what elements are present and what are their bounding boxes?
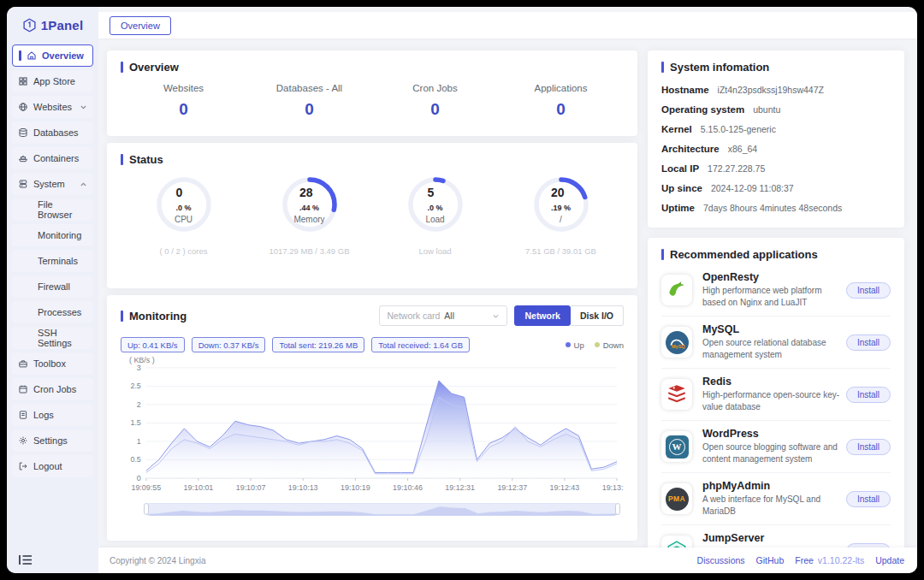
sidebar-item-ssh-settings[interactable]: SSH Settings [12, 327, 93, 349]
sidebar-item-monitoring[interactable]: Monitoring [12, 224, 93, 246]
onepanel-logo-icon [22, 18, 37, 33]
install-button-phpmyadmin[interactable]: Install [846, 491, 891, 507]
right-column: System infomation HostnameiZt4n23psdkssj… [648, 50, 904, 541]
info-value: iZt4n23psdkssj19hsw447Z [718, 85, 824, 95]
app-name[interactable]: OpenResty [702, 271, 841, 283]
info-label: Hostname [661, 85, 709, 95]
chart-datazoom-slider[interactable] [144, 503, 620, 515]
install-button-mysql[interactable]: Install [846, 334, 891, 351]
sidebar-item-overview[interactable]: Overview [12, 44, 93, 67]
sidebar-item-label: Logs [33, 410, 54, 420]
info-value: 2024-12-09 11:08:37 [711, 183, 794, 193]
network-tab-button[interactable]: Network [514, 305, 570, 326]
gauge-caption: Low load [418, 246, 451, 256]
edition-label: Free [795, 555, 814, 565]
info-label: Uptime [661, 203, 695, 213]
traffic-badges: Up: 0.41 KB/sDown: 0.37 KB/sTotal sent: … [121, 337, 624, 352]
sidebar-item-toolbox[interactable]: Toolbox [12, 352, 93, 375]
datazoom-silhouette [145, 504, 619, 516]
info-label: Architecture [661, 144, 720, 154]
datazoom-right-handle[interactable] [615, 503, 620, 515]
x-axis-label: 19:10:01 [184, 483, 214, 492]
discussions-link[interactable]: Discussions [697, 555, 745, 565]
legend-dot-icon [595, 342, 600, 347]
info-value: ubuntu [753, 104, 780, 115]
logo[interactable]: 1Panel [7, 7, 98, 43]
content: Overview Websites0Databases - All0Cron J… [98, 38, 917, 547]
info-row-local-ip: Local IP172.27.228.75 [661, 158, 891, 178]
gauge-value: 20.19 % [551, 186, 571, 213]
stat-value[interactable]: 0 [246, 100, 372, 119]
svg-text:0.5: 0.5 [130, 455, 140, 464]
info-value: 5.15.0-125-generic [701, 124, 776, 134]
x-axis-label: 19:13:19 [602, 483, 624, 492]
legend-down[interactable]: Down [595, 340, 624, 350]
footer: Copyright © 2024 Lingxia Discussions Git… [98, 547, 917, 573]
info-row-uptime: Uptime7days 8hours 4minutes 48seconds [661, 198, 891, 217]
sidebar-item-logs[interactable]: Logs [12, 404, 93, 426]
sidebar-item-processes[interactable]: Processes [12, 301, 93, 323]
stat-value[interactable]: 0 [121, 100, 246, 119]
gauge-caption: ( 0 / 2 ) cores [160, 246, 208, 256]
traffic-badge: Total sent: 219.26 MB [272, 337, 364, 352]
sidebar-item-logout[interactable]: Logout [12, 455, 93, 477]
install-button-wordpress[interactable]: Install [846, 439, 891, 455]
sidebar-item-databases[interactable]: Databases [12, 121, 93, 144]
app-name[interactable]: JumpServer [702, 532, 841, 544]
select-label: Network card [387, 311, 440, 321]
collapse-sidebar-button[interactable] [19, 553, 34, 565]
stat-value[interactable]: 0 [372, 100, 498, 119]
globe-icon [18, 102, 28, 112]
logo-text: 1Panel [41, 18, 84, 33]
info-label: Up since [661, 183, 702, 193]
footer-links: Discussions GitHub Free v1.10.22-lts Upd… [697, 555, 904, 565]
container-icon [18, 153, 28, 163]
app-name[interactable]: MySQL [702, 323, 841, 335]
app-name[interactable]: WordPress [702, 428, 841, 440]
stat-value[interactable]: 0 [498, 100, 624, 119]
info-label: Operating system [661, 104, 744, 115]
legend-up[interactable]: Up [566, 340, 584, 350]
network-card-select[interactable]: Network card All [379, 305, 507, 326]
gauge-memory: 28.44 %Memory1017.29 MB / 3.49 GB [246, 175, 372, 256]
traffic-badge: Up: 0.41 KB/s [121, 337, 185, 352]
sidebar-item-firewall[interactable]: Firewall [12, 275, 93, 298]
sidebar-item-terminals[interactable]: Terminals [12, 250, 93, 272]
x-axis-label: 19:12:43 [550, 483, 580, 492]
logs-icon [18, 410, 28, 420]
sidebar-item-label: Terminals [38, 256, 78, 266]
stat-label: Websites [121, 83, 246, 93]
sidebar-item-settings[interactable]: Settings [12, 429, 93, 452]
app-description: Open source relational database manageme… [702, 337, 841, 361]
app-name[interactable]: Redis [702, 376, 841, 388]
copyright-text: Copyright © 2024 Lingxia [110, 556, 205, 565]
sidebar-item-system[interactable]: System [12, 173, 93, 195]
info-row-hostname: HostnameiZt4n23psdkssj19hsw447Z [661, 80, 891, 99]
svg-text:2.5: 2.5 [130, 382, 140, 390]
sidebar-item-file-browser[interactable]: File Browser [12, 198, 93, 221]
info-value: x86_64 [728, 144, 757, 154]
redis-logo-icon [661, 379, 692, 410]
install-button-openresty[interactable]: Install [846, 282, 891, 299]
sidebar-item-containers[interactable]: Containers [12, 147, 93, 169]
home-icon [27, 50, 37, 61]
disk-io-tab-button[interactable]: Disk I/O [571, 305, 624, 326]
update-link[interactable]: Update [875, 555, 904, 565]
sidebar-item-app-store[interactable]: App Store [12, 70, 93, 92]
sidebar-item-label: App Store [33, 76, 75, 86]
app-name[interactable]: phpMyAdmin [702, 480, 841, 492]
sidebar-item-label: Toolbox [33, 358, 66, 369]
sidebar-item-websites[interactable]: Websites [12, 96, 93, 118]
tab-overview[interactable]: Overview [110, 16, 171, 35]
x-axis-label: 19:09:55 [131, 483, 161, 492]
recommended-apps-title: Recommended applications [661, 248, 891, 261]
info-value: 172.27.228.75 [708, 163, 765, 174]
sidebar-item-label: File Browser [38, 199, 87, 220]
gauge-caption: 7.51 GB / 39.01 GB [525, 246, 596, 256]
github-link[interactable]: GitHub [756, 555, 785, 565]
svg-text:2: 2 [137, 400, 141, 409]
datazoom-left-handle[interactable] [144, 503, 149, 515]
left-column: Overview Websites0Databases - All0Cron J… [107, 50, 637, 541]
sidebar-item-cron-jobs[interactable]: Cron Jobs [12, 378, 93, 400]
install-button-redis[interactable]: Install [846, 387, 891, 403]
